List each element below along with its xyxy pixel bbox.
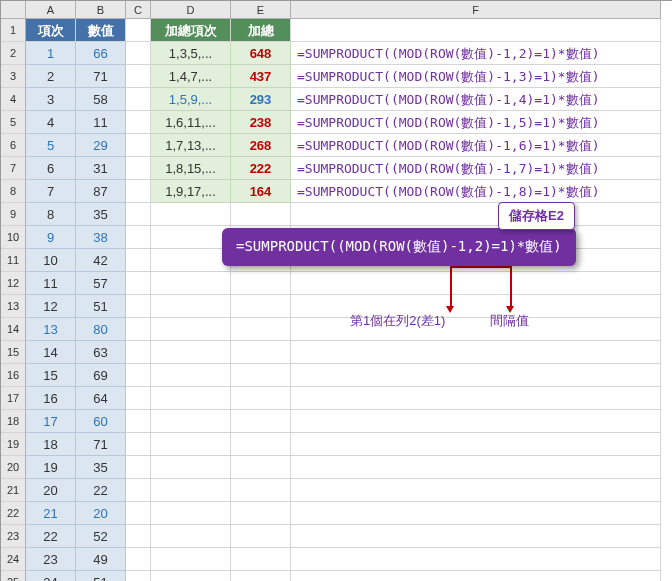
cell[interactable] <box>231 318 291 341</box>
cell-a[interactable]: 14 <box>26 341 76 364</box>
cell[interactable] <box>291 341 661 364</box>
row-header[interactable]: 24 <box>1 548 26 571</box>
row-header[interactable]: 12 <box>1 272 26 295</box>
cell[interactable] <box>231 479 291 502</box>
cell[interactable] <box>151 318 231 341</box>
cell[interactable] <box>231 410 291 433</box>
cell[interactable] <box>291 479 661 502</box>
cell[interactable] <box>151 341 231 364</box>
cell-e[interactable]: 164 <box>231 180 291 203</box>
cell-a[interactable]: 21 <box>26 502 76 525</box>
row-header[interactable]: 4 <box>1 88 26 111</box>
cell[interactable] <box>126 203 151 226</box>
cell-a[interactable]: 3 <box>26 88 76 111</box>
cell[interactable] <box>291 19 661 42</box>
cell-a[interactable]: 17 <box>26 410 76 433</box>
cell[interactable] <box>231 525 291 548</box>
cell-a[interactable]: 24 <box>26 571 76 581</box>
cell-d[interactable]: 1,6,11,... <box>151 111 231 134</box>
cell-b[interactable]: 63 <box>76 341 126 364</box>
cell[interactable] <box>291 203 661 226</box>
cell-b[interactable]: 35 <box>76 456 126 479</box>
cell-a[interactable]: 19 <box>26 456 76 479</box>
cell[interactable] <box>126 134 151 157</box>
cell[interactable] <box>126 272 151 295</box>
row-header[interactable]: 10 <box>1 226 26 249</box>
cell-b[interactable]: 35 <box>76 203 126 226</box>
cell-b[interactable]: 71 <box>76 65 126 88</box>
cell[interactable] <box>151 203 231 226</box>
cell[interactable] <box>291 364 661 387</box>
cell[interactable] <box>231 571 291 581</box>
cell-b[interactable]: 11 <box>76 111 126 134</box>
cell[interactable] <box>151 502 231 525</box>
cell-formula[interactable]: =SUMPRODUCT((MOD(ROW(數值)-1,6)=1)*數值) <box>291 134 661 157</box>
cell[interactable] <box>231 272 291 295</box>
cell-formula[interactable]: =SUMPRODUCT((MOD(ROW(數值)-1,3)=1)*數值) <box>291 65 661 88</box>
cell[interactable] <box>126 525 151 548</box>
cell-formula[interactable]: =SUMPRODUCT((MOD(ROW(數值)-1,4)=1)*數值) <box>291 88 661 111</box>
cell-b[interactable]: 22 <box>76 479 126 502</box>
cell[interactable] <box>126 479 151 502</box>
cell[interactable] <box>151 433 231 456</box>
cell[interactable] <box>126 433 151 456</box>
cell[interactable] <box>126 387 151 410</box>
cell-formula[interactable]: =SUMPRODUCT((MOD(ROW(數值)-1,5)=1)*數值) <box>291 111 661 134</box>
cell[interactable] <box>151 479 231 502</box>
col-header[interactable]: C <box>126 1 151 19</box>
cell-b[interactable]: 66 <box>76 42 126 65</box>
cell[interactable] <box>151 364 231 387</box>
row-header[interactable]: 1 <box>1 19 26 42</box>
cell-b[interactable]: 38 <box>76 226 126 249</box>
cell-e[interactable]: 238 <box>231 111 291 134</box>
cell[interactable] <box>231 203 291 226</box>
cell-d[interactable]: 1,8,15,... <box>151 157 231 180</box>
cell-d[interactable]: 1,9,17,... <box>151 180 231 203</box>
cell[interactable] <box>291 571 661 581</box>
cell-a[interactable]: 1 <box>26 42 76 65</box>
cell-a[interactable]: 23 <box>26 548 76 571</box>
cell-b[interactable]: 49 <box>76 548 126 571</box>
cell-b[interactable]: 51 <box>76 295 126 318</box>
cell[interactable] <box>231 456 291 479</box>
cell-a[interactable]: 12 <box>26 295 76 318</box>
cell-a[interactable]: 5 <box>26 134 76 157</box>
cell-b[interactable]: 20 <box>76 502 126 525</box>
cell-b[interactable]: 57 <box>76 272 126 295</box>
cell-a[interactable]: 18 <box>26 433 76 456</box>
cell[interactable] <box>126 226 151 249</box>
row-header[interactable]: 7 <box>1 157 26 180</box>
cell-a[interactable]: 8 <box>26 203 76 226</box>
cell[interactable] <box>151 249 231 272</box>
cell[interactable] <box>231 341 291 364</box>
cell-formula[interactable]: =SUMPRODUCT((MOD(ROW(數值)-1,2)=1)*數值) <box>291 42 661 65</box>
cell[interactable] <box>291 387 661 410</box>
row-header[interactable]: 19 <box>1 433 26 456</box>
cell-e[interactable]: 648 <box>231 42 291 65</box>
cell[interactable] <box>126 341 151 364</box>
cell-a[interactable]: 9 <box>26 226 76 249</box>
cell[interactable] <box>151 571 231 581</box>
cell[interactable] <box>231 295 291 318</box>
cell[interactable] <box>231 387 291 410</box>
cell-a[interactable]: 13 <box>26 318 76 341</box>
cell[interactable] <box>151 548 231 571</box>
cell-e[interactable]: 293 <box>231 88 291 111</box>
cell-d[interactable]: 1,5,9,... <box>151 88 231 111</box>
cell-a[interactable]: 7 <box>26 180 76 203</box>
cell[interactable] <box>151 226 231 249</box>
cell-d[interactable]: 1,7,13,... <box>151 134 231 157</box>
cell-formula[interactable]: =SUMPRODUCT((MOD(ROW(數值)-1,8)=1)*數值) <box>291 180 661 203</box>
cell-e[interactable]: 268 <box>231 134 291 157</box>
cell-e[interactable]: 222 <box>231 157 291 180</box>
cell[interactable] <box>126 364 151 387</box>
cell-b[interactable]: 64 <box>76 387 126 410</box>
cell-a[interactable]: 20 <box>26 479 76 502</box>
cell-d[interactable]: 1,4,7,... <box>151 65 231 88</box>
cell-b[interactable]: 71 <box>76 433 126 456</box>
row-header[interactable]: 25 <box>1 571 26 581</box>
row-header[interactable]: 20 <box>1 456 26 479</box>
cell-b[interactable]: 80 <box>76 318 126 341</box>
row-header[interactable]: 11 <box>1 249 26 272</box>
cell-a[interactable]: 4 <box>26 111 76 134</box>
